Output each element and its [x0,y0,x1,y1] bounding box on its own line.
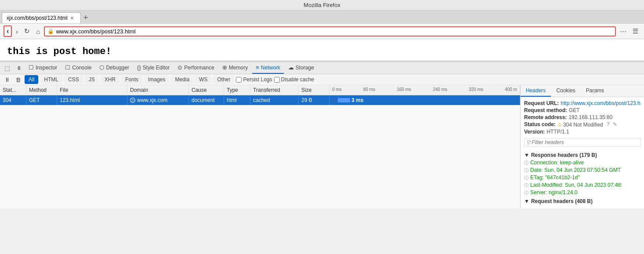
status-code-label: Status code: [524,121,556,127]
status-code-row: Status code: ⚠ 304 Not Modified ? ✎ [524,121,640,128]
col-method: Method [26,85,57,95]
tab-performance[interactable]: ⊙ Performance [174,62,218,74]
cell-size: 29 B [299,95,329,105]
table-header: Stat... Method File Domain Cause Type Tr… [0,85,520,95]
request-method-value: GET [569,107,580,113]
cell-method: GET [26,95,57,105]
back-button[interactable]: ‹ [4,25,12,37]
pause-recording-button[interactable]: ⏸ [3,76,12,84]
clear-button[interactable]: 🗑 [14,76,23,84]
tab-memory[interactable]: ⊕ Memory [219,62,251,74]
status-edit-icon[interactable]: ✎ [613,121,617,127]
devtools-panel: ⬚ ⏸ ☐ Inspector ☐ Console ⬡ Debugger {} … [0,61,644,208]
response-headers-toggle-icon: ▼ [524,152,529,158]
nav-bar: ‹ › ↻ ⌂ 🔒 ⋯ ☰ [0,24,644,39]
headers-tab[interactable]: Headers [521,85,551,97]
console-toggle-button[interactable]: ⏸ [14,63,24,73]
console-label: Console [72,65,91,71]
col-size: Size [299,85,329,95]
performance-label: Performance [184,65,214,71]
devtools-toolbar: ⬚ ⏸ ☐ Inspector ☐ Console ⬡ Debugger {} … [0,62,644,74]
cell-transferred: cached [250,95,299,105]
forward-button[interactable]: › [14,27,20,36]
version-row: Version: HTTP/1.1 [524,128,640,135]
cell-file: 123.html [57,95,127,105]
request-headers-toggle-icon: ▼ [524,198,529,204]
server-row: ⓘ Server: nginx/1.24.0 [524,189,640,196]
filter-xhr-button[interactable]: XHR [101,75,119,84]
tab-network[interactable]: ≡ Network [252,62,284,74]
active-tab[interactable]: xjx.com/bbs/post/123.html × [2,12,81,23]
col-domain: Domain [127,85,189,95]
filter-css-button[interactable]: CSS [64,75,83,84]
response-headers-section[interactable]: ▼ Response headers (179 B) [524,150,640,159]
filter-js-button[interactable]: JS [85,75,99,84]
status-help-icon[interactable]: ? [607,121,610,127]
url-input[interactable] [56,28,612,35]
page-heading: this is post home! [7,46,637,57]
tab-close-button[interactable]: × [70,15,74,22]
tab-debugger[interactable]: ⬡ Debugger [96,62,133,74]
network-label: Network [261,65,280,71]
tab-storage[interactable]: ☁ Storage [285,62,318,74]
inspector-label: Inspector [36,65,57,71]
last-modified-info-icon: ⓘ [524,182,528,189]
cell-timeline: → 3 ms [329,95,520,105]
etag-info-icon: ⓘ [524,175,528,181]
debugger-icon: ⬡ [99,64,104,71]
filter-all-button[interactable]: All [25,75,38,84]
tab-label: xjx.com/bbs/post/123.html [7,15,68,21]
filter-fonts-button[interactable]: Fonts [121,75,142,84]
tab-console[interactable]: ☐ Console [62,62,95,74]
headers-panel-tabs: Headers Cookies Params [521,85,644,97]
filter-ws-button[interactable]: WS [195,75,211,84]
tab-inspector[interactable]: ☐ Inspector [25,62,61,74]
settings-button[interactable]: ☰ [630,26,640,36]
storage-label: Storage [296,65,314,71]
remote-address-row: Remote address: 192.168.111.35:80 [524,114,640,121]
new-tab-button[interactable]: + [81,13,91,22]
headers-panel-content: Request URL: http://www.xjx.com/bbs/post… [521,97,644,208]
storage-icon: ☁ [288,64,294,71]
persist-logs-checkbox[interactable]: Persist Logs [236,76,272,83]
tab-style-editor[interactable]: {} Style Editor [134,62,173,74]
filter-media-button[interactable]: Media [171,75,193,84]
request-headers-section[interactable]: ▼ Request headers (408 B) [524,196,640,205]
home-button[interactable]: ⌂ [34,27,42,36]
params-tab[interactable]: Params [581,85,609,97]
timeline-arrow-icon: → [332,98,337,103]
network-table: Stat... Method File Domain Cause Type Tr… [0,85,521,208]
menu-button[interactable]: ⋯ [618,26,629,36]
filter-html-button[interactable]: HTML [40,75,62,84]
remote-address-value: 192.168.111.35:80 [568,114,612,120]
request-method-label: Request method: [524,107,567,113]
col-type: Type [224,85,250,95]
cell-type: html [224,95,250,105]
filter-images-button[interactable]: Images [144,75,169,84]
disable-cache-checkbox[interactable]: Disable cache [274,76,314,83]
version-label: Version: [524,129,545,135]
request-method-row: Request method: GET [524,107,640,114]
filter-headers-wrapper [524,137,640,149]
col-file: File [57,85,127,95]
last-modified-row: ⓘ Last-Modified: Sun, 04 Jun 2023 07:48: [524,181,640,189]
filter-other-button[interactable]: Other [213,75,234,84]
col-transferred: Transferred [250,85,299,95]
tab-bar: xjx.com/bbs/post/123.html × + [0,11,644,24]
network-icon: ≡ [256,64,259,71]
version-value: HTTP/1.1 [546,129,569,135]
filter-headers-input[interactable] [524,138,640,147]
style-editor-label: Style Editor [143,65,170,71]
address-bar[interactable]: 🔒 [44,26,616,36]
title-bar: Mozilla Firefox [0,0,644,11]
element-picker-button[interactable]: ⬚ [2,63,13,73]
refresh-button[interactable]: ↻ [22,26,32,36]
cookies-tab[interactable]: Cookies [551,85,580,97]
table-row[interactable]: 304 GET 123.html www.xjx.com document ht… [0,95,520,105]
cell-cause: document [189,95,224,105]
debugger-label: Debugger [106,65,129,71]
domain-globe-icon [130,98,135,103]
style-editor-icon: {} [137,64,141,71]
etag-row: ⓘ ETag: "647c41b2-1d" [524,174,640,181]
col-cause: Cause [189,85,224,95]
